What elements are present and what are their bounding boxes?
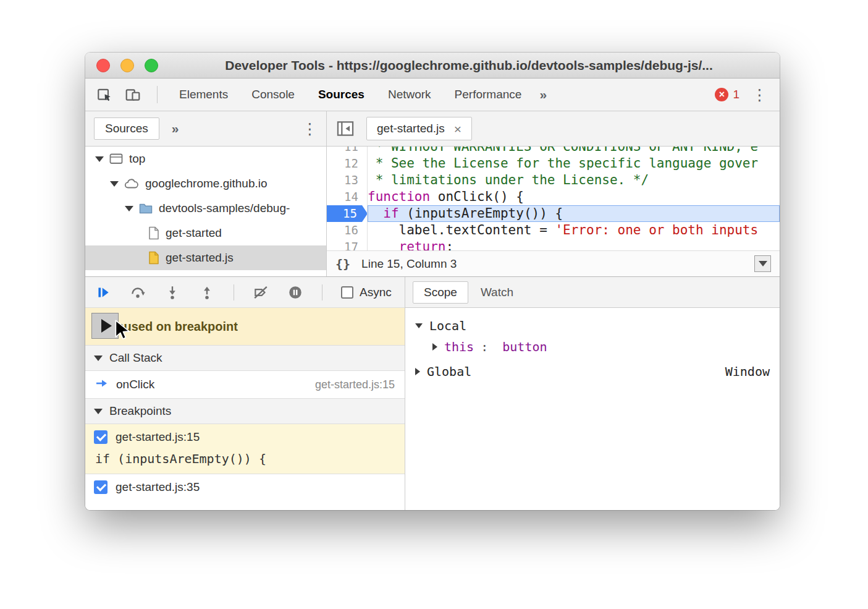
navigator-tab-sources[interactable]: Sources bbox=[94, 117, 159, 140]
toolbar-separator bbox=[157, 86, 158, 103]
collapse-arrow-icon[interactable] bbox=[94, 356, 103, 361]
tree-item-folder[interactable]: devtools-samples/debug- bbox=[85, 196, 326, 221]
code-editor[interactable]: 11121314151617 * WITHOUT WARRANTIES OR C… bbox=[327, 147, 780, 250]
call-stack-title: Call Stack bbox=[109, 351, 162, 365]
scope-pane: Scope Watch Local this: button Global Wi… bbox=[405, 277, 780, 510]
execution-line: if (inputsAreEmpty()) { bbox=[368, 205, 780, 222]
step-over-button[interactable] bbox=[130, 284, 146, 300]
toolbar-separator bbox=[322, 284, 322, 300]
titlebar: Developer Tools - https://googlechrome.g… bbox=[85, 53, 780, 79]
expand-arrow-icon[interactable] bbox=[110, 181, 119, 187]
tab-sources[interactable]: Sources bbox=[306, 79, 376, 111]
pause-on-exceptions-button[interactable] bbox=[287, 284, 303, 300]
line-number[interactable]: 11 bbox=[327, 147, 367, 155]
debugger-toolbar: Async bbox=[85, 277, 405, 308]
main-menu-kebab-icon[interactable]: ⋮ bbox=[752, 87, 767, 103]
scope-section-global[interactable]: Global Window bbox=[405, 361, 780, 382]
cloud-icon bbox=[124, 178, 139, 189]
code-line: return; bbox=[368, 239, 780, 250]
property-value: button bbox=[502, 339, 547, 354]
file-tree: top googlechrome.github.io devtools-samp… bbox=[85, 147, 326, 276]
navigator-menu-kebab-icon[interactable]: ⋮ bbox=[302, 121, 318, 137]
tree-item-domain[interactable]: googlechrome.github.io bbox=[85, 171, 326, 196]
resume-script-button[interactable] bbox=[95, 284, 111, 300]
line-number-gutter[interactable]: 11121314151617 bbox=[327, 147, 368, 250]
editor-pane: get-started.js × 11121314151617 * WITHOU… bbox=[326, 111, 780, 276]
code-lines: * WITHOUT WARRANTIES OR CONDITIONS OF AN… bbox=[368, 147, 780, 250]
error-count-badge[interactable]: × 1 bbox=[715, 88, 739, 101]
step-into-button[interactable] bbox=[164, 284, 180, 300]
frame-location: get-started.js:15 bbox=[315, 378, 395, 391]
breakpoint-checkbox[interactable] bbox=[94, 480, 107, 494]
tree-item-label: devtools-samples/debug- bbox=[159, 202, 290, 215]
error-icon: × bbox=[715, 88, 728, 101]
line-number[interactable]: 13 bbox=[327, 172, 367, 189]
more-panels-chevron-icon[interactable]: » bbox=[533, 87, 553, 102]
breakpoint-entry[interactable]: get-started.js:35 bbox=[85, 474, 405, 500]
code-line: * limitations under the License. */ bbox=[368, 172, 780, 189]
minimize-window-button[interactable] bbox=[120, 59, 134, 72]
code-line: * See the License for the specific langu… bbox=[368, 155, 780, 172]
tree-item-js-file[interactable]: get-started.js bbox=[85, 245, 326, 270]
frame-function-name: onClick bbox=[116, 378, 154, 391]
tab-elements[interactable]: Elements bbox=[167, 79, 240, 111]
active-frame-arrow-icon bbox=[95, 378, 109, 392]
frame-icon bbox=[109, 153, 123, 165]
breakpoint-entry[interactable]: get-started.js:15 if (inputsAreEmpty()) … bbox=[85, 424, 405, 474]
expand-arrow-icon[interactable] bbox=[95, 156, 104, 162]
collapse-arrow-icon[interactable] bbox=[415, 323, 423, 328]
breakpoint-location: get-started.js:35 bbox=[116, 480, 200, 494]
devtools-window: Developer Tools - https://googlechrome.g… bbox=[85, 53, 780, 510]
tab-console[interactable]: Console bbox=[240, 79, 306, 111]
navigator-header: Sources » ⋮ bbox=[85, 111, 326, 147]
expand-arrow-icon[interactable] bbox=[432, 343, 437, 351]
line-number[interactable]: 16 bbox=[327, 222, 367, 239]
line-number[interactable]: 12 bbox=[327, 155, 367, 172]
zoom-window-button[interactable] bbox=[145, 59, 158, 72]
toggle-navigator-icon[interactable] bbox=[333, 116, 358, 141]
line-number[interactable]: 17 bbox=[327, 239, 367, 250]
debugger-lower-split: Async Paused on breakpoint Call Stack on… bbox=[85, 276, 780, 510]
tab-watch[interactable]: Watch bbox=[472, 282, 522, 303]
collapse-arrow-icon[interactable] bbox=[94, 409, 103, 414]
tab-network[interactable]: Network bbox=[376, 79, 443, 111]
close-window-button[interactable] bbox=[96, 59, 110, 72]
play-icon bbox=[101, 319, 112, 333]
async-checkbox[interactable] bbox=[341, 286, 353, 299]
panel-tabs: Elements Console Sources Network Perform… bbox=[167, 79, 553, 111]
scope-section-local[interactable]: Local bbox=[405, 315, 780, 336]
expand-arrow-icon[interactable] bbox=[415, 368, 420, 375]
tab-scope[interactable]: Scope bbox=[413, 281, 468, 304]
breakpoint-checkbox[interactable] bbox=[94, 430, 107, 444]
paused-on-breakpoint-banner: Paused on breakpoint bbox=[85, 308, 405, 345]
tree-item-file[interactable]: get-started bbox=[85, 221, 326, 245]
call-stack-header[interactable]: Call Stack bbox=[85, 345, 405, 371]
editor-status-bar: {} Line 15, Column 3 bbox=[327, 250, 780, 276]
breakpoints-header[interactable]: Breakpoints bbox=[85, 398, 405, 424]
expand-arrow-icon[interactable] bbox=[125, 206, 133, 211]
mouse-cursor-icon bbox=[112, 319, 131, 344]
pretty-print-icon[interactable]: {} bbox=[335, 257, 350, 271]
tree-item-label: get-started.js bbox=[166, 251, 234, 265]
device-toolbar-icon[interactable] bbox=[125, 87, 141, 103]
line-number[interactable]: 15 bbox=[327, 205, 367, 222]
status-dropdown-icon[interactable] bbox=[754, 255, 771, 272]
more-navigator-tabs-chevron-icon[interactable]: » bbox=[172, 121, 179, 136]
call-stack-frame[interactable]: onClick get-started.js:15 bbox=[85, 371, 405, 398]
tree-item-label: get-started bbox=[166, 226, 222, 240]
step-out-button[interactable] bbox=[199, 284, 215, 300]
close-tab-icon[interactable]: × bbox=[454, 122, 461, 135]
async-checkbox-group[interactable]: Async bbox=[341, 286, 392, 299]
tab-performance[interactable]: Performance bbox=[443, 79, 534, 111]
line-number[interactable]: 14 bbox=[327, 189, 367, 205]
editor-tab-get-started-js[interactable]: get-started.js × bbox=[366, 117, 472, 140]
editor-tab-label: get-started.js bbox=[377, 122, 445, 135]
error-count: 1 bbox=[733, 88, 739, 101]
async-label: Async bbox=[360, 286, 392, 299]
tree-item-top[interactable]: top bbox=[85, 147, 326, 171]
traffic-lights bbox=[96, 53, 158, 78]
deactivate-breakpoints-button[interactable] bbox=[253, 284, 269, 300]
tree-item-label: googlechrome.github.io bbox=[145, 177, 268, 190]
scope-var-this[interactable]: this: button bbox=[405, 336, 780, 357]
inspect-element-icon[interactable] bbox=[96, 87, 112, 103]
